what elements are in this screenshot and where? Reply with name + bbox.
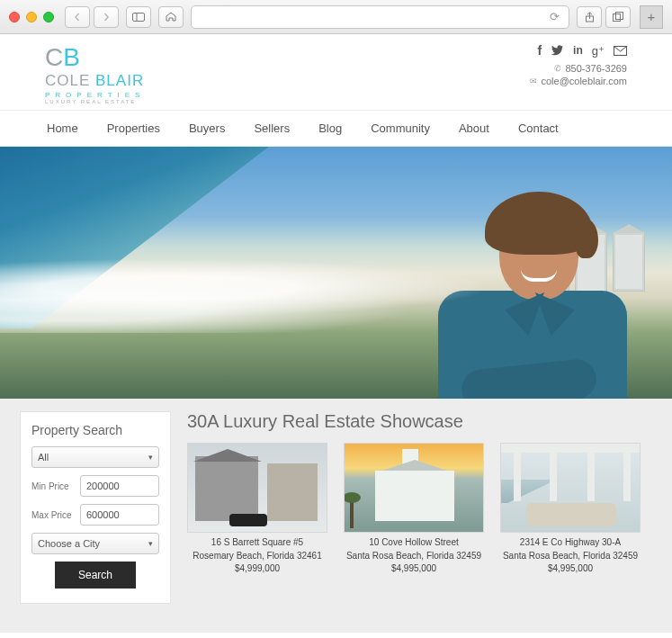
listing-city: Rosemary Beach, Florida 32461 — [187, 550, 327, 563]
search-button[interactable]: Search — [55, 562, 136, 589]
twitter-icon[interactable] — [551, 43, 564, 58]
min-price-input[interactable] — [80, 475, 159, 497]
maximize-window-button[interactable] — [43, 12, 54, 22]
mail-icon[interactable] — [614, 43, 627, 58]
listing-city: Santa Rosa Beach, Florida 32459 — [344, 550, 484, 563]
listing-thumbnail — [187, 443, 327, 533]
header-email[interactable]: ✉ cole@coleblair.com — [530, 76, 627, 86]
svg-rect-3 — [614, 14, 621, 22]
linkedin-icon[interactable]: in — [573, 43, 583, 58]
listing-thumbnail — [344, 443, 484, 533]
listing-price: $4,999,000 — [187, 562, 327, 576]
minimize-window-button[interactable] — [26, 12, 37, 22]
listing-price: $4,995,000 — [344, 562, 484, 576]
property-search-panel: Property Search All▾ Min Price Max Price… — [20, 411, 171, 604]
logo-wordmark: COLE BLAIR — [45, 72, 144, 90]
forward-button[interactable] — [94, 6, 119, 28]
chevron-down-icon: ▾ — [148, 539, 153, 548]
back-button[interactable] — [65, 6, 90, 28]
listing-card[interactable]: 10 Cove Hollow Street Santa Rosa Beach, … — [344, 443, 484, 576]
browser-toolbar: ⟳ + — [0, 0, 672, 34]
logo-mark: CB — [45, 43, 80, 72]
min-price-label: Min Price — [31, 481, 75, 491]
facebook-icon[interactable]: f — [537, 43, 542, 58]
close-window-button[interactable] — [9, 12, 20, 22]
listing-city: Santa Rosa Beach, Florida 32459 — [500, 550, 641, 563]
showcase-title: 30A Luxury Real Estate Showcase — [187, 411, 652, 432]
max-price-label: Max Price — [31, 510, 75, 520]
nav-community[interactable]: Community — [371, 121, 430, 135]
hero-portrait — [429, 192, 636, 399]
showcase-section: 30A Luxury Real Estate Showcase 16 S Bar… — [187, 411, 652, 576]
logo-subtitle: PROPERTIES — [45, 91, 145, 99]
share-button[interactable] — [577, 6, 602, 28]
hero-image — [0, 147, 672, 399]
listing-address: 16 S Barrett Square #5 — [187, 536, 327, 550]
city-select[interactable]: Choose a City▾ — [31, 533, 159, 554]
svg-rect-4 — [616, 13, 623, 20]
lower-section: Property Search All▾ Min Price Max Price… — [0, 399, 672, 633]
nav-buyers[interactable]: Buyers — [189, 121, 225, 135]
refresh-icon[interactable]: ⟳ — [550, 10, 560, 23]
brand-logo[interactable]: CB COLE BLAIR PROPERTIES LUXURY REAL EST… — [45, 43, 145, 104]
chevron-down-icon: ▾ — [148, 453, 153, 462]
type-select[interactable]: All▾ — [31, 446, 159, 468]
social-links: f in g⁺ — [530, 43, 627, 58]
listing-price: $4,995,000 — [500, 562, 641, 576]
nav-home[interactable]: Home — [47, 121, 78, 135]
listing-card[interactable]: 16 S Barrett Square #5 Rosemary Beach, F… — [187, 443, 327, 576]
listing-card[interactable]: 2314 E Co Highway 30-A Santa Rosa Beach,… — [500, 443, 641, 576]
phone-icon: ✆ — [554, 64, 561, 73]
max-price-input[interactable] — [80, 504, 159, 526]
primary-nav: Home Properties Buyers Sellers Blog Comm… — [0, 111, 672, 147]
search-title: Property Search — [31, 423, 159, 437]
address-bar[interactable]: ⟳ — [191, 5, 569, 29]
listing-thumbnail — [500, 443, 641, 533]
header-contact: f in g⁺ ✆ 850-376-3269 ✉ cole@coleblair.… — [530, 43, 627, 104]
listing-address: 2314 E Co Highway 30-A — [500, 536, 641, 550]
hero-ocean — [0, 147, 269, 328]
logo-tagline: LUXURY REAL ESTATE — [45, 99, 136, 104]
page-content: CB COLE BLAIR PROPERTIES LUXURY REAL EST… — [0, 34, 672, 638]
site-header: CB COLE BLAIR PROPERTIES LUXURY REAL EST… — [0, 34, 672, 111]
nav-sellers[interactable]: Sellers — [254, 121, 290, 135]
new-tab-button[interactable]: + — [640, 5, 663, 29]
nav-contact[interactable]: Contact — [518, 121, 559, 135]
home-button[interactable] — [158, 6, 184, 28]
nav-about[interactable]: About — [459, 121, 489, 135]
nav-properties[interactable]: Properties — [107, 121, 160, 135]
nav-blog[interactable]: Blog — [318, 121, 342, 135]
svg-rect-0 — [133, 13, 145, 21]
sidebar-toggle-button[interactable] — [126, 6, 151, 28]
tabs-button[interactable] — [605, 6, 631, 28]
header-phone[interactable]: ✆ 850-376-3269 — [530, 63, 627, 74]
listing-cards: 16 S Barrett Square #5 Rosemary Beach, F… — [187, 443, 652, 576]
listing-address: 10 Cove Hollow Street — [344, 536, 484, 550]
googleplus-icon[interactable]: g⁺ — [592, 43, 605, 58]
envelope-icon: ✉ — [530, 76, 537, 85]
window-controls — [9, 12, 54, 22]
